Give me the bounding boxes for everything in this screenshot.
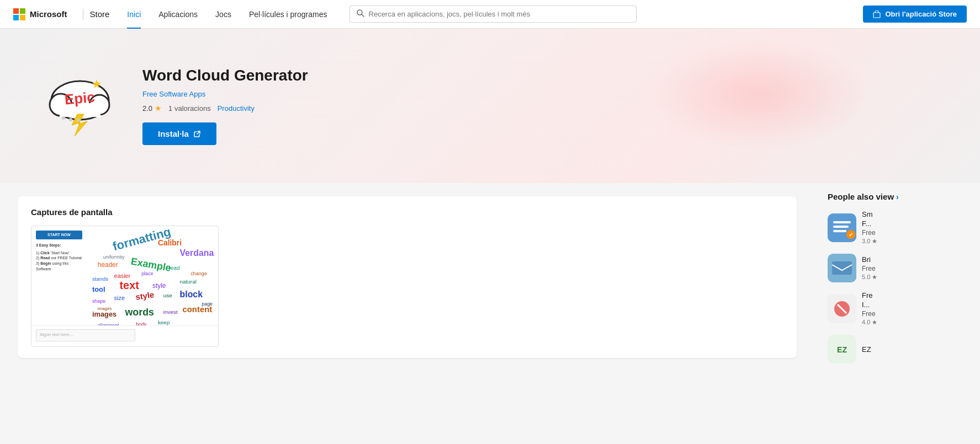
svg-text:style: style [135,290,155,302]
content-right: People also view › ✓ Sm [814,183,980,381]
app-title: Word Cloud Generator [142,67,308,84]
pav-name-2: Bri [862,255,877,264]
pav-price-1: Free [862,229,877,237]
svg-text:header: header [98,261,118,269]
svg-rect-2 [873,13,880,18]
install-label: Instal·la [158,129,189,138]
svg-point-12 [77,119,80,122]
svg-text:EZ: EZ [837,345,847,354]
pav-sub-3: I... [862,301,877,309]
nav-inici[interactable]: Inici [118,0,150,29]
brand-label: Microsoft [30,9,67,19]
svg-text:Verdana: Verdana [180,248,214,258]
svg-text:images: images [98,306,112,311]
search-box[interactable] [349,6,637,23]
svg-rect-49 [832,261,852,275]
logo: Microsoft [13,8,67,20]
pav-rating-1: 3.0 ★ [862,238,877,245]
store-icon [873,10,881,18]
app-meta: 2.0 ★ 1 valoracions Productivity [142,104,308,113]
svg-text:use: use [163,292,172,298]
store-label: Store [90,9,110,19]
pav-info-4: EZ [862,345,871,354]
svg-line-1 [362,14,364,17]
svg-text:natural: natural [180,279,197,285]
svg-rect-44 [833,226,849,228]
screenshot-1: START NOW 3 Easy Steps: 1) Click 'Start … [31,226,219,347]
svg-text:style: style [152,282,166,290]
people-also-view: People also view › ✓ Sm [828,192,967,363]
svg-text:stands: stands [92,276,108,282]
app-publisher[interactable]: Free Software Apps [142,90,308,98]
pav-name-3: Fre [862,291,877,299]
pav-item-3[interactable]: Fre I... Free 4.0 ★ [828,291,967,326]
pav-icon-fre [828,295,856,323]
screenshots-section: Captures de pantalla START NOW 3 Easy St… [18,196,797,358]
svg-text:size: size [114,295,125,301]
nav-aplicacions[interactable]: Aplicacions [150,0,206,29]
svg-text:change: change [190,271,206,276]
pav-item-1[interactable]: ✓ Sm F... Free 3.0 ★ [828,210,967,245]
header-divider [83,9,83,20]
open-store-button[interactable]: Obri l'aplicació Store [863,6,967,23]
svg-text:images: images [92,310,116,318]
svg-rect-45 [833,230,846,232]
hero-info: Word Cloud Generator Free Software Apps … [142,67,308,145]
app-reviews: 1 valoracions [168,104,211,113]
svg-text:page: page [202,301,213,307]
svg-text:block: block [180,290,203,299]
install-button[interactable]: Instal·la [142,122,216,145]
nav-pellicules[interactable]: Pel·lícules i programes [240,0,336,29]
svg-text:text: text [120,279,140,291]
search-input[interactable] [369,10,629,18]
screenshots-title: Captures de pantalla [31,207,783,217]
svg-text:words: words [124,307,154,318]
svg-rect-43 [833,221,851,223]
pav-title: People also view [828,192,894,201]
search-container [349,6,637,23]
pav-info-1: Sm F... Free 3.0 ★ [862,210,877,245]
pav-chevron-icon[interactable]: › [896,192,899,201]
svg-text:invest: invest [163,309,178,315]
svg-text:shape: shape [92,298,105,304]
pav-name-4: EZ [862,345,871,354]
microsoft-logo-icon [13,8,25,20]
app-category[interactable]: Productivity [218,104,255,113]
pav-icon-bri [828,254,856,282]
svg-text:easier: easier [114,272,131,279]
svg-text:Calibri: Calibri [158,238,182,247]
content-left: Captures de pantalla START NOW 3 Easy St… [0,183,814,381]
pav-info-3: Fre I... Free 4.0 ★ [862,291,877,326]
pav-rating-3: 4.0 ★ [862,319,877,326]
pav-price-3: Free [862,310,877,318]
app-icon: Epic [44,67,116,145]
star-icon: ★ [155,104,162,113]
pav-item-2[interactable]: Bri Free 5.0 ★ [828,254,967,282]
pav-sub-1: F... [862,220,877,228]
pav-header: People also view › [828,192,967,201]
pav-icon-sm: ✓ [828,213,856,242]
wc-start-btn: START NOW [36,231,82,239]
pav-rating-2: 5.0 ★ [862,274,877,281]
svg-text:✓: ✓ [849,232,853,238]
external-link-icon [193,130,201,138]
svg-text:read: read [169,265,180,271]
svg-point-10 [62,116,65,120]
pav-item-4[interactable]: EZ EZ [828,335,967,363]
svg-text:Epic: Epic [64,89,96,108]
svg-text:tool: tool [92,285,105,293]
pav-icon-ez: EZ [828,335,856,363]
pav-info-2: Bri Free 5.0 ★ [862,255,877,281]
pav-price-2: Free [862,265,877,272]
app-rating: 2.0 ★ [142,104,162,113]
main-nav: Inici Aplicacions Jocs Pel·lícules i pro… [118,0,336,29]
pav-name-1: Sm [862,210,877,218]
hero-section: Epic Word Cloud Generator Free Software … [0,29,980,183]
nav-jocs[interactable]: Jocs [206,0,240,29]
svg-text:place: place [141,271,153,276]
main-content: Captures de pantalla START NOW 3 Easy St… [0,183,980,381]
svg-text:keep: keep [158,319,170,325]
header: Microsoft Store Inici Aplicacions Jocs P… [0,0,980,29]
rating-value: 2.0 [142,104,152,113]
svg-point-11 [69,118,72,121]
